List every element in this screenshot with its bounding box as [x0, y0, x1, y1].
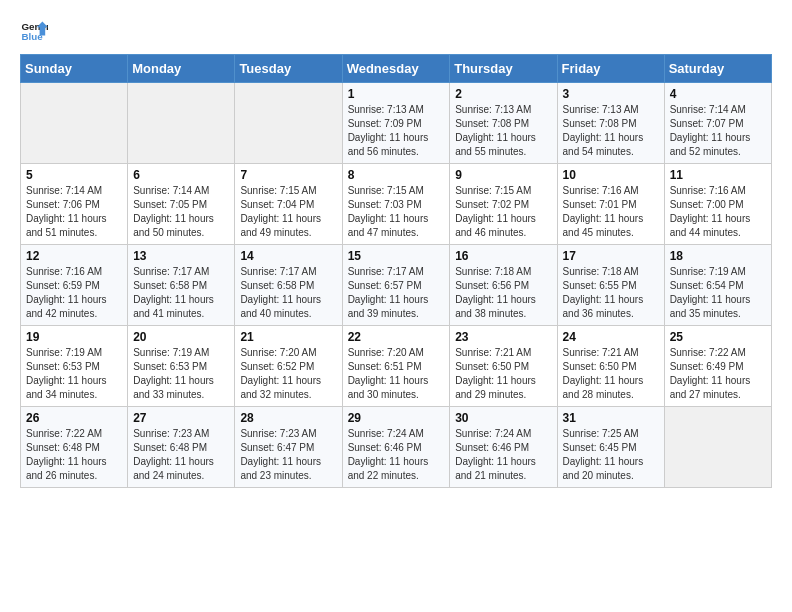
calendar-table: SundayMondayTuesdayWednesdayThursdayFrid… — [20, 54, 772, 488]
day-number: 6 — [133, 168, 229, 182]
day-number: 18 — [670, 249, 766, 263]
day-info: Sunrise: 7:13 AM Sunset: 7:08 PM Dayligh… — [455, 103, 551, 159]
day-info: Sunrise: 7:18 AM Sunset: 6:56 PM Dayligh… — [455, 265, 551, 321]
calendar-cell: 29Sunrise: 7:24 AM Sunset: 6:46 PM Dayli… — [342, 407, 450, 488]
day-number: 28 — [240, 411, 336, 425]
col-header-saturday: Saturday — [664, 55, 771, 83]
day-info: Sunrise: 7:24 AM Sunset: 6:46 PM Dayligh… — [348, 427, 445, 483]
calendar-cell: 5Sunrise: 7:14 AM Sunset: 7:06 PM Daylig… — [21, 164, 128, 245]
day-number: 12 — [26, 249, 122, 263]
day-info: Sunrise: 7:24 AM Sunset: 6:46 PM Dayligh… — [455, 427, 551, 483]
day-info: Sunrise: 7:19 AM Sunset: 6:53 PM Dayligh… — [133, 346, 229, 402]
calendar-week-row: 12Sunrise: 7:16 AM Sunset: 6:59 PM Dayli… — [21, 245, 772, 326]
calendar-cell — [21, 83, 128, 164]
calendar-week-row: 5Sunrise: 7:14 AM Sunset: 7:06 PM Daylig… — [21, 164, 772, 245]
day-number: 21 — [240, 330, 336, 344]
calendar-cell: 4Sunrise: 7:14 AM Sunset: 7:07 PM Daylig… — [664, 83, 771, 164]
calendar-cell: 16Sunrise: 7:18 AM Sunset: 6:56 PM Dayli… — [450, 245, 557, 326]
calendar-cell: 26Sunrise: 7:22 AM Sunset: 6:48 PM Dayli… — [21, 407, 128, 488]
day-info: Sunrise: 7:13 AM Sunset: 7:08 PM Dayligh… — [563, 103, 659, 159]
col-header-sunday: Sunday — [21, 55, 128, 83]
calendar-cell — [664, 407, 771, 488]
day-info: Sunrise: 7:15 AM Sunset: 7:03 PM Dayligh… — [348, 184, 445, 240]
calendar-cell: 24Sunrise: 7:21 AM Sunset: 6:50 PM Dayli… — [557, 326, 664, 407]
calendar-cell: 27Sunrise: 7:23 AM Sunset: 6:48 PM Dayli… — [128, 407, 235, 488]
day-info: Sunrise: 7:13 AM Sunset: 7:09 PM Dayligh… — [348, 103, 445, 159]
day-info: Sunrise: 7:20 AM Sunset: 6:52 PM Dayligh… — [240, 346, 336, 402]
day-number: 29 — [348, 411, 445, 425]
day-info: Sunrise: 7:14 AM Sunset: 7:07 PM Dayligh… — [670, 103, 766, 159]
calendar-cell: 14Sunrise: 7:17 AM Sunset: 6:58 PM Dayli… — [235, 245, 342, 326]
day-info: Sunrise: 7:16 AM Sunset: 7:01 PM Dayligh… — [563, 184, 659, 240]
day-number: 23 — [455, 330, 551, 344]
day-number: 26 — [26, 411, 122, 425]
col-header-friday: Friday — [557, 55, 664, 83]
calendar-cell: 25Sunrise: 7:22 AM Sunset: 6:49 PM Dayli… — [664, 326, 771, 407]
calendar-cell: 22Sunrise: 7:20 AM Sunset: 6:51 PM Dayli… — [342, 326, 450, 407]
calendar-cell: 1Sunrise: 7:13 AM Sunset: 7:09 PM Daylig… — [342, 83, 450, 164]
day-info: Sunrise: 7:17 AM Sunset: 6:58 PM Dayligh… — [133, 265, 229, 321]
calendar-week-row: 1Sunrise: 7:13 AM Sunset: 7:09 PM Daylig… — [21, 83, 772, 164]
calendar-cell: 31Sunrise: 7:25 AM Sunset: 6:45 PM Dayli… — [557, 407, 664, 488]
day-number: 7 — [240, 168, 336, 182]
calendar-week-row: 26Sunrise: 7:22 AM Sunset: 6:48 PM Dayli… — [21, 407, 772, 488]
day-number: 2 — [455, 87, 551, 101]
day-info: Sunrise: 7:25 AM Sunset: 6:45 PM Dayligh… — [563, 427, 659, 483]
day-info: Sunrise: 7:19 AM Sunset: 6:54 PM Dayligh… — [670, 265, 766, 321]
calendar-cell: 10Sunrise: 7:16 AM Sunset: 7:01 PM Dayli… — [557, 164, 664, 245]
calendar-cell: 17Sunrise: 7:18 AM Sunset: 6:55 PM Dayli… — [557, 245, 664, 326]
day-number: 8 — [348, 168, 445, 182]
calendar-cell: 12Sunrise: 7:16 AM Sunset: 6:59 PM Dayli… — [21, 245, 128, 326]
calendar-cell: 11Sunrise: 7:16 AM Sunset: 7:00 PM Dayli… — [664, 164, 771, 245]
day-number: 13 — [133, 249, 229, 263]
calendar-cell: 13Sunrise: 7:17 AM Sunset: 6:58 PM Dayli… — [128, 245, 235, 326]
day-info: Sunrise: 7:22 AM Sunset: 6:49 PM Dayligh… — [670, 346, 766, 402]
day-number: 10 — [563, 168, 659, 182]
day-number: 1 — [348, 87, 445, 101]
calendar-cell: 15Sunrise: 7:17 AM Sunset: 6:57 PM Dayli… — [342, 245, 450, 326]
page-header: General Blue — [20, 16, 772, 44]
logo: General Blue — [20, 16, 52, 44]
day-number: 27 — [133, 411, 229, 425]
col-header-wednesday: Wednesday — [342, 55, 450, 83]
day-number: 24 — [563, 330, 659, 344]
day-info: Sunrise: 7:21 AM Sunset: 6:50 PM Dayligh… — [455, 346, 551, 402]
day-info: Sunrise: 7:19 AM Sunset: 6:53 PM Dayligh… — [26, 346, 122, 402]
calendar-cell: 19Sunrise: 7:19 AM Sunset: 6:53 PM Dayli… — [21, 326, 128, 407]
day-number: 11 — [670, 168, 766, 182]
day-info: Sunrise: 7:18 AM Sunset: 6:55 PM Dayligh… — [563, 265, 659, 321]
logo-icon: General Blue — [20, 16, 48, 44]
col-header-monday: Monday — [128, 55, 235, 83]
day-info: Sunrise: 7:15 AM Sunset: 7:04 PM Dayligh… — [240, 184, 336, 240]
day-number: 14 — [240, 249, 336, 263]
calendar-cell: 7Sunrise: 7:15 AM Sunset: 7:04 PM Daylig… — [235, 164, 342, 245]
day-info: Sunrise: 7:16 AM Sunset: 6:59 PM Dayligh… — [26, 265, 122, 321]
calendar-week-row: 19Sunrise: 7:19 AM Sunset: 6:53 PM Dayli… — [21, 326, 772, 407]
calendar-cell — [235, 83, 342, 164]
day-number: 19 — [26, 330, 122, 344]
calendar-cell: 23Sunrise: 7:21 AM Sunset: 6:50 PM Dayli… — [450, 326, 557, 407]
calendar-cell: 9Sunrise: 7:15 AM Sunset: 7:02 PM Daylig… — [450, 164, 557, 245]
day-number: 16 — [455, 249, 551, 263]
calendar-cell: 18Sunrise: 7:19 AM Sunset: 6:54 PM Dayli… — [664, 245, 771, 326]
day-info: Sunrise: 7:22 AM Sunset: 6:48 PM Dayligh… — [26, 427, 122, 483]
calendar-cell: 6Sunrise: 7:14 AM Sunset: 7:05 PM Daylig… — [128, 164, 235, 245]
day-number: 22 — [348, 330, 445, 344]
day-info: Sunrise: 7:23 AM Sunset: 6:47 PM Dayligh… — [240, 427, 336, 483]
calendar-cell: 8Sunrise: 7:15 AM Sunset: 7:03 PM Daylig… — [342, 164, 450, 245]
calendar-cell: 2Sunrise: 7:13 AM Sunset: 7:08 PM Daylig… — [450, 83, 557, 164]
day-number: 17 — [563, 249, 659, 263]
day-number: 25 — [670, 330, 766, 344]
day-number: 20 — [133, 330, 229, 344]
day-info: Sunrise: 7:14 AM Sunset: 7:05 PM Dayligh… — [133, 184, 229, 240]
day-number: 4 — [670, 87, 766, 101]
day-number: 5 — [26, 168, 122, 182]
day-info: Sunrise: 7:15 AM Sunset: 7:02 PM Dayligh… — [455, 184, 551, 240]
calendar-cell — [128, 83, 235, 164]
day-number: 3 — [563, 87, 659, 101]
day-info: Sunrise: 7:17 AM Sunset: 6:58 PM Dayligh… — [240, 265, 336, 321]
col-header-tuesday: Tuesday — [235, 55, 342, 83]
calendar-cell: 21Sunrise: 7:20 AM Sunset: 6:52 PM Dayli… — [235, 326, 342, 407]
calendar-cell: 3Sunrise: 7:13 AM Sunset: 7:08 PM Daylig… — [557, 83, 664, 164]
calendar-header-row: SundayMondayTuesdayWednesdayThursdayFrid… — [21, 55, 772, 83]
